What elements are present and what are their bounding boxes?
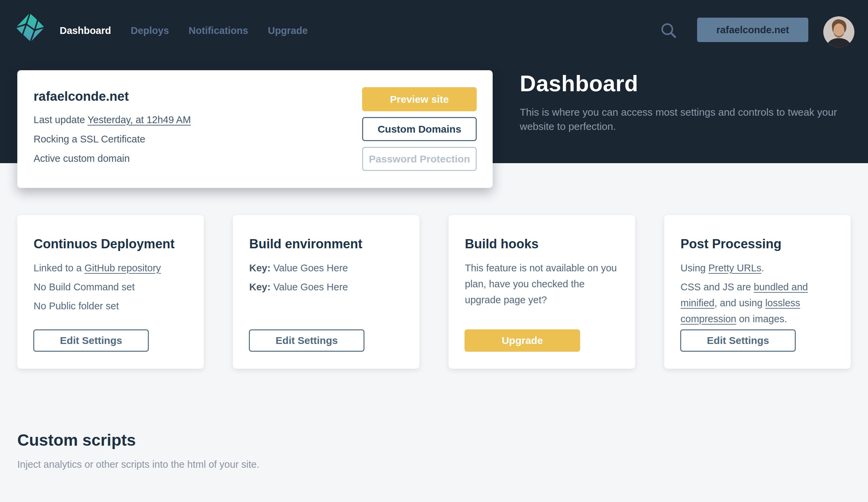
nav-item-upgrade[interactable]: Upgrade <box>268 22 308 39</box>
card-text-span: CSS and JS are <box>681 281 754 293</box>
pretty-urls-link[interactable]: Pretty URLs <box>708 263 761 273</box>
site-title: rafaelconde.net <box>33 89 191 104</box>
last-update-prefix: Last update <box>33 114 87 125</box>
feature-card-post-processing: Post ProcessingUsing Pretty URLs.CSS and… <box>664 215 851 369</box>
account-site-button[interactable]: rafaelconde.net <box>697 18 808 42</box>
custom-scripts-title: Custom scripts <box>17 431 259 449</box>
site-domain-status: Active custom domain <box>33 153 191 164</box>
page-subtitle: This is where you can access most settin… <box>520 105 842 134</box>
build-hooks-upgrade-button[interactable]: Upgrade <box>465 329 580 352</box>
card-text: No Build Command set <box>33 279 187 295</box>
card-text-span: This feature is not available on you pla… <box>465 263 617 305</box>
card-text-span: Value Goes Here <box>271 263 348 273</box>
continuous-deployment-edit-settings-button[interactable]: Edit Settings <box>33 329 149 352</box>
site-last-update: Last update Yesterday, at 12h49 AM <box>33 115 191 125</box>
nav-item-notifications[interactable]: Notifications <box>188 22 248 39</box>
card-title: Continuos Deployment <box>33 237 187 251</box>
card-text-span: No Public folder set <box>33 300 119 311</box>
hero-text: Dashboard This is where you can access m… <box>520 71 842 134</box>
hero-header: Dashboard Deploys Notifications Upgrade … <box>0 0 868 163</box>
card-text: Key: Value Goes Here <box>249 260 403 276</box>
card-text: Linked to a GitHub repository <box>33 260 187 276</box>
site-overview-card: rafaelconde.net Last update Yesterday, a… <box>17 70 493 188</box>
preview-site-button[interactable]: Preview site <box>362 87 477 111</box>
card-text-span: No Build Command set <box>33 281 135 293</box>
nav-item-deploys[interactable]: Deploys <box>131 22 169 39</box>
card-text-span: Linked to a <box>33 263 84 273</box>
feature-card-continuous-deployment: Continuos DeploymentLinked to a GitHub r… <box>17 215 204 369</box>
page-title: Dashboard <box>520 71 842 96</box>
card-title: Post Processing <box>681 237 835 251</box>
custom-scripts-subtitle: Inject analytics or other scripts into t… <box>17 459 259 470</box>
avatar[interactable] <box>823 16 855 48</box>
card-text: CSS and JS are bundled and minified, and… <box>681 279 835 327</box>
card-text-span: on images. <box>736 314 787 324</box>
card-text: Key: Value Goes Here <box>249 279 403 295</box>
site-ssl-status: Rocking a SSL Certificate <box>33 134 191 144</box>
last-update-link[interactable]: Yesterday, at 12h49 AM <box>87 114 191 125</box>
feature-card-build-environment: Build environmentKey: Value Goes HereKey… <box>233 215 420 369</box>
site-actions: Preview site Custom Domains Password Pro… <box>362 87 477 171</box>
password-protection-button[interactable]: Password Protection <box>362 147 477 171</box>
card-text-span: Using <box>681 263 708 273</box>
card-title: Build hooks <box>465 237 619 251</box>
search-icon[interactable] <box>659 21 678 40</box>
card-text-span: Value Goes Here <box>271 281 348 293</box>
feature-cards: Continuos DeploymentLinked to a GitHub r… <box>17 215 851 369</box>
site-info: rafaelconde.net Last update Yesterday, a… <box>33 89 191 173</box>
dashboard-page: Dashboard Deploys Notifications Upgrade … <box>0 0 868 502</box>
card-text: This feature is not available on you pla… <box>465 260 619 308</box>
post-processing-edit-settings-button[interactable]: Edit Settings <box>680 329 796 352</box>
card-text: No Public folder set <box>33 298 187 314</box>
netlify-logo-icon <box>15 11 45 43</box>
feature-card-build-hooks: Build hooksThis feature is not available… <box>448 215 635 369</box>
netlify-logo[interactable] <box>15 11 45 43</box>
top-nav: Dashboard Deploys Notifications Upgrade <box>60 22 308 39</box>
nav-item-dashboard[interactable]: Dashboard <box>60 22 111 39</box>
card-text-span: . <box>762 263 764 273</box>
card-text-bold: Key: <box>249 281 271 293</box>
card-text: Using Pretty URLs. <box>681 260 835 276</box>
github-repository-link[interactable]: GitHub repository <box>84 263 161 273</box>
card-text-bold: Key: <box>249 263 271 273</box>
card-text-span: , and using <box>714 297 765 308</box>
custom-scripts-section: Custom scripts Inject analytics or other… <box>17 431 259 470</box>
build-environment-edit-settings-button[interactable]: Edit Settings <box>249 329 364 352</box>
card-title: Build environment <box>249 237 403 251</box>
custom-domains-button[interactable]: Custom Domains <box>362 117 477 141</box>
